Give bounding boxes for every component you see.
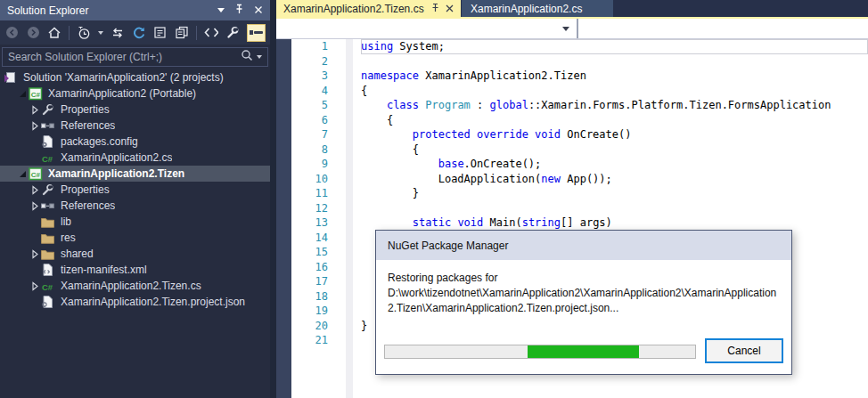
solution-icon [4, 71, 20, 85]
view-code-icon[interactable] [204, 24, 218, 42]
code-line[interactable]: 7 protected override void OnCreate() [276, 127, 868, 142]
member-dropdown[interactable] [580, 19, 868, 38]
code-line[interactable]: 3namespace XamarinApplication2.Tizen [276, 69, 868, 84]
search-box[interactable] [2, 47, 268, 67]
tab-xamarinapplication2-tizen-cs[interactable]: XamarinApplication2.Tizen.cs [276, 0, 461, 17]
tree-item[interactable]: C#XamarinApplication2.cs [0, 150, 270, 166]
pin-icon[interactable] [234, 4, 244, 17]
tree-item[interactable]: Solution 'XamarinApplication2' (2 projec… [0, 69, 270, 85]
dialog-title: NuGet Package Manager [388, 240, 508, 252]
tree-item[interactable]: shared [0, 246, 270, 262]
back-icon[interactable] [4, 24, 19, 42]
tree-item[interactable]: XamarinApplication2.Tizen.project.json [0, 294, 270, 310]
tree-item[interactable]: References [0, 198, 270, 214]
solution-explorer-titlebar[interactable]: Solution Explorer [0, 0, 270, 20]
preview-selected-items-button[interactable] [247, 24, 266, 42]
line-number: 10 [291, 172, 328, 187]
svg-text:C#: C# [42, 154, 53, 164]
line-number: 20 [291, 319, 328, 334]
tree-item-label: packages.config [61, 135, 138, 148]
dialog-titlebar[interactable]: NuGet Package Manager [376, 231, 791, 260]
close-icon[interactable] [254, 4, 263, 17]
code-line[interactable]: 10 LoadApplication(new App()); [276, 172, 868, 187]
line-number: 9 [291, 157, 328, 172]
code-text: base.OnCreate(); [361, 157, 868, 172]
references-icon [41, 199, 57, 213]
expander-collapsed-icon[interactable] [29, 105, 41, 115]
expander-collapsed-icon[interactable] [29, 185, 41, 195]
tree-item-label: XamarinApplication2 (Portable) [48, 87, 196, 100]
line-number: 19 [291, 304, 328, 319]
config-file-icon [41, 135, 57, 149]
document-tab-strip: XamarinApplication2.Tizen.cs XamarinAppl… [276, 0, 868, 17]
expander-expanded-icon[interactable] [16, 171, 29, 177]
tree-item[interactable]: packages.config [0, 134, 270, 150]
code-text: using System; [361, 39, 868, 54]
pending-changes-filter-icon[interactable] [77, 24, 91, 42]
refresh-icon[interactable] [132, 24, 146, 42]
tree-item[interactable]: res [0, 230, 270, 246]
sync-with-active-document-icon[interactable] [111, 24, 125, 42]
line-number: 16 [291, 260, 328, 275]
expander-collapsed-icon[interactable] [29, 121, 41, 131]
pin-icon[interactable] [431, 3, 439, 15]
chevron-down-icon[interactable] [217, 8, 225, 12]
tab-label: XamarinApplication2.cs [471, 3, 582, 15]
tree-item[interactable]: References [0, 118, 270, 134]
search-input[interactable] [8, 51, 241, 63]
home-icon[interactable] [47, 24, 61, 42]
code-line[interactable]: 5 class Program : global::Xamarin.Forms.… [276, 98, 868, 113]
nuget-package-manager-dialog: NuGet Package Manager Restoring packages… [375, 230, 792, 375]
dialog-message: Restoring packages for [388, 271, 780, 286]
filter-dropdown-icon[interactable] [98, 31, 103, 35]
navigation-bar [276, 19, 868, 39]
properties-wrench-icon[interactable] [225, 24, 240, 42]
expander-collapsed-icon[interactable] [29, 249, 41, 259]
code-line[interactable]: 11 } [276, 186, 868, 201]
forward-icon[interactable] [26, 24, 40, 42]
csharp-project-icon: C# [29, 167, 45, 181]
expander-collapsed-icon[interactable] [29, 281, 41, 291]
tree-item[interactable]: lib [0, 214, 270, 230]
expander-collapsed-icon[interactable] [29, 201, 41, 211]
panel-splitter[interactable] [270, 0, 276, 398]
code-line[interactable]: 4{ [276, 84, 868, 99]
line-number: 17 [291, 274, 328, 289]
line-number: 5 [291, 98, 328, 113]
expander-expanded-icon[interactable] [16, 91, 29, 97]
line-number: 6 [291, 113, 328, 128]
visual-studio-window: Solution Explorer [0, 0, 868, 398]
collapse-all-icon[interactable] [153, 24, 168, 42]
search-icon[interactable] [241, 49, 253, 65]
close-icon[interactable] [446, 3, 454, 15]
project-dropdown[interactable] [276, 19, 578, 38]
tree-item[interactable]: C#XamarinApplication2.Tizen [0, 166, 270, 182]
wrench-icon [41, 183, 57, 197]
tree-item[interactable]: C#XamarinApplication2 (Portable) [0, 85, 270, 102]
tree-item[interactable]: C#XamarinApplication2.Tizen.cs [0, 278, 270, 294]
line-number: 2 [291, 54, 328, 69]
svg-text:C#: C# [31, 90, 41, 98]
code-line[interactable]: 1using System; [276, 39, 868, 54]
line-number: 12 [291, 201, 328, 216]
code-line[interactable]: 12 [276, 201, 868, 216]
tab-xamarinapplication2-cs[interactable]: XamarinApplication2.cs [462, 0, 613, 17]
tab-label: XamarinApplication2.Tizen.cs [283, 3, 424, 15]
tree-item[interactable]: Properties [0, 182, 270, 198]
tree-item-label: XamarinApplication2.cs [61, 151, 172, 164]
code-line[interactable]: 2 [276, 54, 868, 69]
code-line[interactable]: 9 base.OnCreate(); [276, 157, 868, 172]
code-line[interactable]: 13 static void Main(string[] args) [276, 215, 868, 231]
tree-item[interactable]: tizen-manifest.xml [0, 262, 270, 278]
code-line[interactable]: 8 { [276, 142, 868, 158]
tree-item[interactable]: Properties [0, 102, 270, 118]
solution-explorer-toolbar [0, 20, 270, 45]
csharp-file-icon: C# [41, 151, 57, 165]
cancel-button[interactable]: Cancel [705, 338, 783, 363]
search-options-dropdown-icon[interactable] [257, 55, 262, 59]
code-line[interactable]: 6 { [276, 113, 868, 128]
preview-icon [250, 30, 253, 35]
line-number: 1 [291, 39, 328, 54]
show-all-files-icon[interactable] [175, 24, 189, 42]
csharp-file-icon: C# [41, 280, 57, 293]
